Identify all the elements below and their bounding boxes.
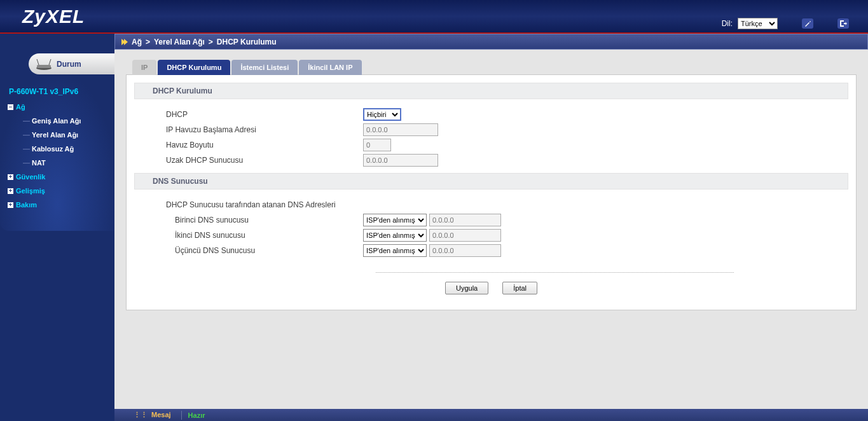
nav-tree: P-660W-T1 v3_IPv6 −Ağ Geniş Alan Ağı Yer… xyxy=(0,77,114,231)
nav-wan[interactable]: Geniş Alan Ağı xyxy=(23,114,114,128)
dhcp-label: DHCP xyxy=(134,110,363,119)
tab-secondary-lan[interactable]: İkincil LAN IP xyxy=(299,60,361,75)
modem-icon xyxy=(35,58,53,71)
expand-icon: + xyxy=(8,202,13,208)
nav-security[interactable]: +Güvenlik xyxy=(8,170,114,184)
breadcrumb-p2: Yerel Alan Ağı xyxy=(154,38,205,46)
dns1-source-select[interactable]: ISP'den alınmış xyxy=(363,214,427,226)
tab-client-list[interactable]: İstemci Listesi xyxy=(231,60,298,75)
remote-dhcp-input[interactable] xyxy=(363,154,438,167)
remote-dhcp-label: Uzak DHCP Sunucusu xyxy=(134,156,363,165)
dns3-source-select[interactable]: ISP'den alınmış xyxy=(363,244,427,257)
header-right: Dil: Türkçe xyxy=(722,18,849,29)
nav-lan[interactable]: Yerel Alan Ağı xyxy=(23,128,114,142)
logout-icon[interactable] xyxy=(837,18,849,29)
statusbar-label: Mesaj xyxy=(114,411,175,419)
expand-icon: + xyxy=(8,174,13,180)
pool-size-input[interactable] xyxy=(363,139,391,151)
breadcrumb-icon xyxy=(121,39,128,45)
expand-icon: + xyxy=(8,188,13,194)
model-label: P-660W-T1 v3_IPv6 xyxy=(8,83,114,100)
apply-button[interactable]: Uygula xyxy=(445,282,488,294)
dns2-input[interactable] xyxy=(429,229,501,242)
nav-maintenance[interactable]: +Bakım xyxy=(8,198,114,212)
app-header: ZyXEL Dil: Türkçe xyxy=(0,0,868,34)
svg-line-3 xyxy=(49,59,51,65)
breadcrumb-sep: > xyxy=(209,38,213,46)
section-dns-header: DNS Sunucusu xyxy=(134,173,848,190)
dns-assigned-label: DHCP Sunucusu tarafından atanan DNS Adre… xyxy=(134,197,848,212)
breadcrumb-p1: Ağ xyxy=(132,38,142,46)
dns3-label: Üçüncü DNS Sunucusu xyxy=(134,246,363,255)
tab-ip[interactable]: IP xyxy=(132,60,156,75)
cancel-button[interactable]: İptal xyxy=(502,282,537,294)
dns3-input[interactable] xyxy=(429,244,501,257)
settings-panel: DHCP Kurulumu DHCP Hiçbiri IP Havuzu Baş… xyxy=(126,74,857,310)
pool-start-input[interactable] xyxy=(363,123,438,136)
sidebar: Durum P-660W-T1 v3_IPv6 −Ağ Geniş Alan A… xyxy=(0,50,114,421)
content-area: IP DHCP Kurulumu İstemci Listesi İkincil… xyxy=(114,50,868,421)
separator xyxy=(376,272,734,273)
dns1-input[interactable] xyxy=(429,214,501,226)
lang-label: Dil: xyxy=(722,19,733,28)
statusbar-status: Hazır xyxy=(188,411,205,419)
button-row: Uygula İptal xyxy=(134,282,848,294)
nav-advanced[interactable]: +Gelişmiş xyxy=(8,184,114,198)
svg-rect-1 xyxy=(37,65,51,68)
logo: ZyXEL xyxy=(22,6,85,27)
statusbar-divider xyxy=(181,411,182,420)
wizard-icon[interactable] xyxy=(802,18,813,29)
language-select[interactable]: Türkçe xyxy=(738,18,778,29)
breadcrumb-sep: > xyxy=(146,38,150,46)
tab-dhcp-setup[interactable]: DHCP Kurulumu xyxy=(158,60,230,75)
nav-nat[interactable]: NAT xyxy=(23,156,114,170)
nav-wireless[interactable]: Kablosuz Ağ xyxy=(23,142,114,156)
section-dhcp-header: DHCP Kurulumu xyxy=(134,83,848,99)
dns2-source-select[interactable]: ISP'den alınmış xyxy=(363,229,427,242)
dns2-label: İkinci DNS sunucusu xyxy=(134,231,363,240)
tab-strip: IP DHCP Kurulumu İstemci Listesi İkincil… xyxy=(132,60,857,75)
pool-start-label: IP Havuzu Başlama Adresi xyxy=(134,125,363,134)
status-tab-label: Durum xyxy=(57,60,81,69)
pool-size-label: Havuz Boyutu xyxy=(134,141,363,149)
svg-line-2 xyxy=(37,59,39,65)
breadcrumb-p3: DHCP Kurulumu xyxy=(217,38,277,46)
status-tab[interactable]: Durum xyxy=(29,53,114,74)
collapse-icon: − xyxy=(8,104,13,110)
breadcrumb: Ağ > Yerel Alan Ağı > DHCP Kurulumu xyxy=(114,34,868,50)
dhcp-mode-select[interactable]: Hiçbiri xyxy=(363,108,401,121)
dns1-label: Birinci DNS sunucusu xyxy=(134,216,363,224)
status-bar: Mesaj Hazır xyxy=(114,409,868,421)
nav-network[interactable]: −Ağ xyxy=(8,100,114,114)
